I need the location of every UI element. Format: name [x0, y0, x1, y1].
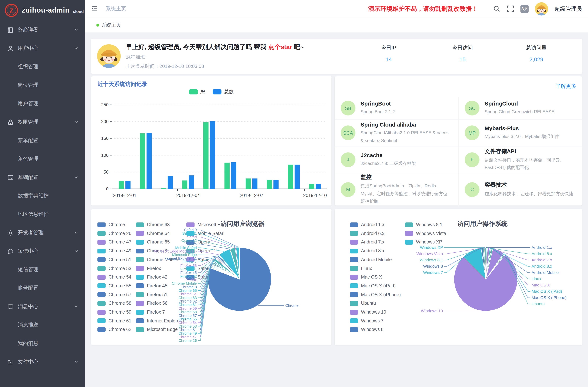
tech-avatar: SC [465, 101, 480, 116]
sidebar-item-账号配置[interactable]: 账号配置 [0, 279, 85, 297]
legend-item-Microsoft Edge[interactable]: Microsoft Edge [136, 326, 178, 333]
breadcrumb[interactable]: 系统主页 [105, 5, 126, 12]
legend-item-Chrome 53[interactable]: Chrome 53 [97, 265, 131, 272]
legend-item-Windows 7[interactable]: Windows 7 [350, 317, 383, 324]
legend-item-Chrome 54[interactable]: Chrome 54 [97, 274, 131, 280]
legend-item-Chrome 65[interactable]: Chrome 65 [136, 239, 170, 245]
legend-item-Firefox 56[interactable]: Firefox 56 [136, 300, 168, 307]
legend-label: Windows 8 [361, 327, 383, 332]
legend-item-Opera[interactable]: Opera [186, 239, 210, 245]
legend-label: Chrome 26 [108, 231, 131, 236]
legend-item-Chrome 62[interactable]: Chrome 62 [97, 326, 131, 333]
sidebar-item-我的消息[interactable]: 我的消息 [0, 334, 85, 353]
tab-home[interactable]: 系统主页 [91, 18, 126, 32]
sidebar-item-label: 账号配置 [18, 285, 38, 291]
legend-item-Chrome 64[interactable]: Chrome 64 [136, 230, 170, 237]
legend-item-Android 8.x[interactable]: Android 8.x [350, 247, 384, 254]
legend-item-Chrome 51[interactable]: Chrome 51 [97, 256, 131, 263]
legend-item-Chrome 47[interactable]: Chrome 47 [97, 239, 131, 245]
username[interactable]: 超级管理员 [554, 5, 582, 12]
tech-text: J2cacheJ2cache2.7.8: 二级缓存框架 [361, 152, 416, 167]
legend-item-Firefox 45[interactable]: Firefox 45 [136, 283, 168, 289]
legend-item-Android Mobile[interactable]: Android Mobile [350, 256, 392, 263]
legend-item-Chrome 57[interactable]: Chrome 57 [97, 291, 131, 298]
legend-item-Safari 11[interactable]: Safari 11 [186, 265, 216, 272]
legend-item-Android 7.x[interactable]: Android 7.x [350, 239, 384, 245]
legend-swatch [350, 284, 358, 288]
sidebar-item-消息推送[interactable]: 消息推送 [0, 316, 85, 334]
last-login-time: 2019-12-10 10:03:08 [159, 63, 204, 69]
tech-desc: SpringCloudAlibaba2.1.0.RELEASE & nacos … [361, 129, 452, 144]
legend-item-Chrome Mobile[interactable]: Chrome Mobile [136, 256, 178, 263]
sidebar-item-用户管理[interactable]: 用户管理 [0, 94, 85, 113]
sidebar-item-消息中心[interactable]: 消息中心 [0, 297, 85, 316]
collapse-menu-icon[interactable] [91, 5, 98, 13]
legend-item-Windows Vista[interactable]: Windows Vista [405, 230, 446, 237]
legend-item-Chrome 63[interactable]: Chrome 63 [136, 221, 170, 228]
fullscreen-icon[interactable] [507, 5, 514, 13]
legend-item-Chrome 55[interactable]: Chrome 55 [97, 283, 131, 289]
legend-swatch [97, 327, 105, 332]
sidebar-item-岗位管理[interactable]: 岗位管理 [0, 76, 85, 94]
tech-card-M: M监控集成SpringBootAdmin、Zipkin、Redis、Mysql、… [335, 173, 459, 206]
tech-card-F: F文件存储API封装文件接口，实现本地存储、阿里云、FastDFS存储的配置化 [459, 146, 582, 173]
legend-item-Windows XP[interactable]: Windows XP [405, 239, 442, 245]
svg-text:Android 6.x: Android 6.x [531, 251, 552, 256]
legend-item-Ubuntu[interactable]: Ubuntu [350, 300, 376, 307]
chevron-down-icon [74, 359, 79, 364]
sidebar-item-短信中心[interactable]: 短信中心 [0, 242, 85, 261]
sidebar-item-label: 用户中心 [18, 45, 38, 52]
sidebar-item-菜单配置[interactable]: 菜单配置 [0, 131, 85, 150]
legend-item-Firefox 7[interactable]: Firefox 7 [136, 309, 165, 315]
legend-item-Chrome 26[interactable]: Chrome 26 [97, 230, 131, 237]
sidebar-item-基础配置[interactable]: 基础配置 [0, 168, 85, 187]
legend-item-Windows 8.1[interactable]: Windows 8.1 [405, 221, 442, 228]
language-icon[interactable]: A文 [521, 5, 528, 13]
svg-text:Chrome 51: Chrome 51 [178, 328, 197, 332]
sidebar-item-务必详看[interactable]: 务必详看 [0, 21, 85, 39]
legend-item-Opera 12[interactable]: Opera 12 [186, 247, 217, 254]
legend-item-Windows 10[interactable]: Windows 10 [350, 309, 386, 315]
legend-item-Windows 8[interactable]: Windows 8 [350, 326, 383, 333]
legend-item-Chrome[interactable]: Chrome [97, 221, 125, 228]
last-login: 上次登录时间：2019-12-10 10:03:08 [126, 63, 304, 70]
legend-item-Chrome 61[interactable]: Chrome 61 [97, 317, 131, 324]
legend-swatch [136, 292, 144, 297]
app-logo[interactable]: Z zuihou-admin cloud [0, 0, 85, 21]
sidebar-item-用户中心[interactable]: 用户中心 [0, 39, 85, 58]
legend-item-Internet Explorer 11[interactable]: Internet Explorer 11 [136, 317, 187, 324]
sidebar-item-权限管理[interactable]: 权限管理 [0, 113, 85, 131]
sidebar-item-角色管理[interactable]: 角色管理 [0, 150, 85, 168]
star-link[interactable]: 点个star [268, 43, 292, 51]
tech-avatar: C [465, 182, 480, 197]
legend-item-Firefox 42[interactable]: Firefox 42 [136, 274, 168, 280]
learn-more-link[interactable]: 了解更多 [556, 83, 576, 90]
legend-item-Firefox 51[interactable]: Firefox 51 [136, 291, 168, 298]
legend-item-Mac OS X (iPhone)[interactable]: Mac OS X (iPhone) [350, 291, 401, 298]
sidebar-item-短信管理[interactable]: 短信管理 [0, 261, 85, 279]
sidebar-item-开发者管理[interactable]: 开发者管理 [0, 224, 85, 242]
tech-title: 容器技术 [485, 182, 573, 188]
legend-item-Chrome 59[interactable]: Chrome 59 [97, 309, 131, 315]
sidebar-item-文件中心[interactable]: 文件中心 [0, 353, 85, 371]
sidebar-item-组织管理[interactable]: 组织管理 [0, 58, 85, 76]
legend-item-Safari[interactable]: Safari [186, 256, 210, 263]
legend-item-Android 1.x[interactable]: Android 1.x [350, 221, 384, 228]
sidebar-item-地区信息维护[interactable]: 地区信息维护 [0, 205, 85, 224]
sidebar-item-数据字典维护[interactable]: 数据字典维护 [0, 187, 85, 205]
legend-item-Linux[interactable]: Linux [350, 265, 372, 272]
search-icon[interactable] [493, 5, 501, 13]
legend-item-Android 6.x[interactable]: Android 6.x [350, 230, 384, 237]
svg-text:0: 0 [106, 186, 108, 191]
legend-item-Mac OS X[interactable]: Mac OS X [350, 274, 382, 280]
legend-item-Chrome 49[interactable]: Chrome 49 [97, 247, 131, 254]
legend-item-Mac OS X (iPad)[interactable]: Mac OS X (iPad) [350, 283, 396, 289]
user-avatar[interactable] [535, 2, 548, 16]
legend-item-Mobile Safari[interactable]: Mobile Safari [186, 230, 224, 237]
legend-item-Chrome 8[interactable]: Chrome 8 [136, 247, 167, 254]
legend-item-Firefox[interactable]: Firefox [136, 265, 161, 272]
legend-swatch [97, 222, 105, 227]
legend-item-Chrome 58[interactable]: Chrome 58 [97, 300, 131, 307]
legend-item-Safari 9[interactable]: Safari 9 [186, 274, 213, 280]
sidebar-item-label: 文件中心 [18, 359, 38, 365]
